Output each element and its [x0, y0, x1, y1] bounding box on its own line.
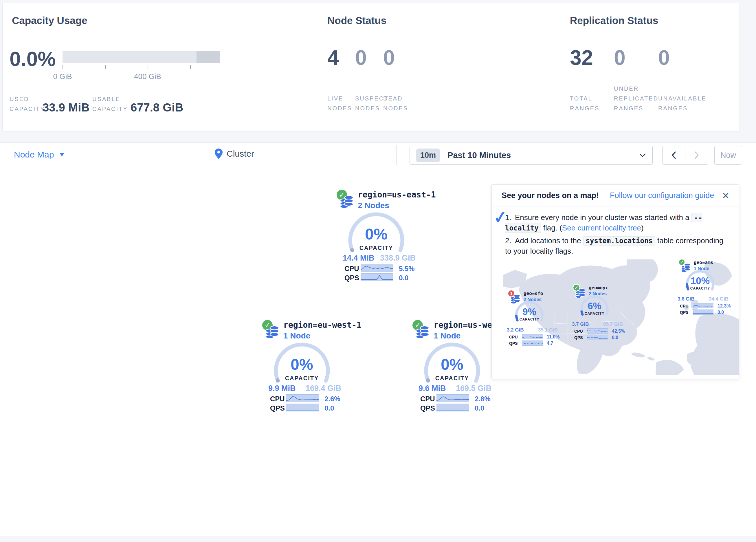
- qps-sparkline: [436, 404, 469, 412]
- cpu-sparkline: [286, 394, 319, 402]
- configuration-guide-link[interactable]: Follow our configuration guide: [610, 191, 714, 200]
- cpu-label: CPU: [574, 329, 583, 334]
- setup-step-2: 2.Add locations to the system.locations …: [505, 236, 728, 256]
- region-card-us-west-1[interactable]: ✓ region=us-west-1 1 Node 0% CAPACITY 9.…: [412, 319, 498, 414]
- capacity-values: 14.4 MiB 338.9 GiB: [336, 253, 423, 262]
- capacity-used: 3.2 GiB: [507, 327, 524, 333]
- region-card-us-east-1[interactable]: ✓ region=us-east-1 2 Nodes 0% CAPACITY 1…: [336, 188, 423, 284]
- region-nodes-link[interactable]: 1 Node: [434, 331, 460, 341]
- time-range-label: Past 10 Minutes: [447, 150, 511, 160]
- capacity-total: 338.9 GiB: [380, 253, 416, 262]
- capacity-values: 3.7 GiB 65.7 GiB: [572, 322, 623, 327]
- time-back-button[interactable]: [663, 146, 685, 164]
- cpu-label: CPU: [509, 335, 518, 339]
- capacity-used: 9.9 MiB: [268, 384, 296, 393]
- usable-capacity-value: 677.8 GiB: [131, 101, 183, 114]
- live-nodes-label: LIVE NODES: [327, 93, 352, 113]
- capacity-label: CAPACITY: [684, 287, 716, 291]
- cpu-value: 11.0%: [547, 335, 559, 340]
- qps-value: 0.0: [324, 404, 334, 412]
- time-nav-arrows: [662, 146, 708, 165]
- cpu-sparkline: [361, 264, 393, 272]
- time-range-dropdown[interactable]: 10m Past 10 Minutes: [410, 146, 653, 165]
- qps-label: QPS: [420, 404, 435, 412]
- unavailable-ranges-value: 0: [658, 47, 670, 68]
- qps-sparkline: [286, 404, 319, 412]
- chevron-right-icon: [694, 151, 699, 159]
- map-node-name: geo=sfo: [524, 291, 543, 296]
- cpu-value: 2.6%: [324, 395, 340, 403]
- qps-value: 0.0: [718, 310, 724, 315]
- map-node-name: geo=ams: [694, 260, 713, 265]
- capacity-percent: 10%: [684, 276, 716, 287]
- popup-title: See your nodes on a map!: [502, 191, 599, 200]
- replication-status-title: Replication Status: [570, 15, 658, 26]
- cpu-value: 5.5%: [399, 264, 415, 273]
- cpu-sparkline: [436, 394, 469, 402]
- capacity-axis-tick-0: 0 GiB: [42, 72, 83, 81]
- map-pin-icon: [215, 148, 223, 159]
- cpu-value: 12.3%: [718, 304, 731, 309]
- cpu-label: CPU: [344, 264, 359, 273]
- capacity-gauge: 6% CAPACITY: [579, 294, 610, 322]
- capacity-label: CAPACITY: [579, 312, 610, 316]
- capacity-percent: 0%: [423, 355, 481, 373]
- used-capacity-value: 33.9 MiB: [43, 101, 89, 114]
- system-locations-code: system.locations: [583, 236, 655, 245]
- view-selector-label: Node Map: [14, 150, 54, 159]
- capacity-used: 9.6 MiB: [419, 384, 446, 393]
- qps-value: 0.0: [475, 404, 484, 412]
- unavailable-ranges-label: UNAVAILABLE RANGES: [658, 93, 707, 113]
- region-name: region=eu-west-1: [283, 320, 362, 330]
- total-ranges-label: TOTAL RANGES: [570, 93, 599, 113]
- capacity-usage-bar: [63, 51, 220, 63]
- popup-header: See your nodes on a map! Follow our conf…: [492, 185, 739, 206]
- region-card-eu-west-1[interactable]: ✓ region=eu-west-1 1 Node 0% CAPACITY 9.…: [261, 319, 348, 414]
- total-ranges-value: 32: [570, 47, 593, 68]
- capacity-gauge: 0% CAPACITY: [423, 343, 481, 388]
- capacity-axis-tick-400: 400 GiB: [127, 72, 168, 81]
- qps-label: QPS: [344, 274, 359, 282]
- qps-label: QPS: [574, 335, 583, 340]
- summary-panel: Capacity Usage 0.0% 0 GiB 400 GiB USED C…: [2, 3, 740, 131]
- close-icon[interactable]: ×: [722, 190, 729, 201]
- capacity-total: 35.1 GiB: [538, 327, 558, 333]
- capacity-label: CAPACITY: [347, 245, 405, 251]
- database-icon: [416, 325, 429, 339]
- cluster-overview-page: Capacity Usage 0.0% 0 GiB 400 GiB USED C…: [0, 0, 756, 542]
- capacity-percent: 9%: [513, 306, 545, 317]
- chevron-left-icon: [671, 151, 676, 159]
- locality-tree-link[interactable]: See current locality tree: [562, 223, 641, 232]
- capacity-total: 34.4 GiB: [709, 296, 729, 302]
- time-forward-button[interactable]: [685, 146, 708, 164]
- qps-value: 4.7: [547, 341, 553, 346]
- map-toolbar: Node Map Cluster 10m Past 10 Minutes: [0, 142, 756, 167]
- region-nodes-link[interactable]: 2 Nodes: [358, 201, 389, 210]
- bottom-strip: [0, 536, 756, 542]
- capacity-percent: 6%: [579, 301, 610, 312]
- suspect-nodes-value: 0: [355, 47, 367, 68]
- map-node-name: geo=nyc: [589, 285, 608, 291]
- capacity-label: CAPACITY: [423, 375, 481, 382]
- capacity-used: 3.7 GiB: [572, 322, 589, 327]
- now-button[interactable]: Now: [714, 146, 742, 165]
- usable-capacity-label: USABLE CAPACITY: [92, 94, 128, 114]
- setup-steps: 1.Ensure every node in your cluster was …: [505, 212, 728, 256]
- capacity-total: 65.7 GiB: [603, 322, 623, 327]
- node-status-title: Node Status: [327, 15, 386, 26]
- capacity-gauge: 9% CAPACITY: [513, 300, 545, 327]
- view-selector[interactable]: Node Map: [14, 150, 64, 159]
- used-capacity-label: USED CAPACITY: [10, 94, 45, 114]
- capacity-values: 3.2 GiB 35.1 GiB: [507, 327, 558, 333]
- breadcrumb[interactable]: Cluster: [215, 148, 254, 159]
- capacity-total: 169.5 GiB: [456, 384, 491, 393]
- qps-sparkline: [522, 341, 543, 346]
- qps-sparkline: [693, 310, 713, 315]
- time-range-badge: 10m: [416, 148, 440, 162]
- qps-label: QPS: [509, 341, 518, 346]
- capacity-label: CAPACITY: [273, 375, 331, 382]
- region-nodes-link[interactable]: 1 Node: [283, 331, 310, 341]
- capacity-usage-percent: 0.0%: [10, 49, 56, 69]
- capacity-values: 9.9 MiB 169.4 GiB: [261, 384, 348, 393]
- capacity-used: 14.4 MiB: [343, 253, 375, 262]
